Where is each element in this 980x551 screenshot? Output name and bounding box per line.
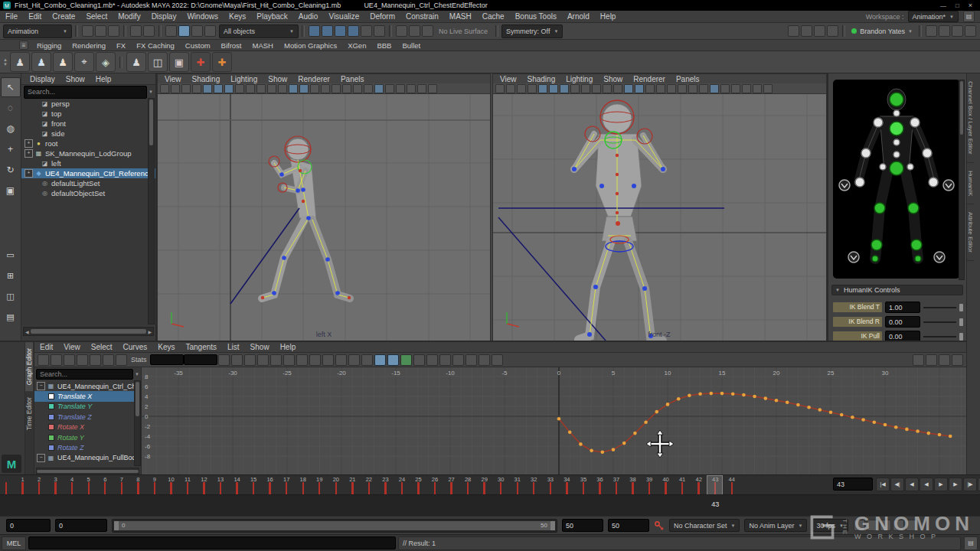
expander-icon[interactable]: + [24,149,33,158]
outliner-item-ue4-mannequin-ctrl-reference[interactable]: +◆UE4_Mannequin_Ctrl_Reference [21,168,155,178]
step-back-frame-button[interactable]: ◀ [905,478,919,491]
set-key-icon[interactable] [654,520,665,531]
toolbar-icon[interactable] [178,25,190,37]
viewport-toolbar-icon[interactable] [289,84,298,93]
toolbar-icon[interactable] [952,354,963,366]
viewport-toolbar-icon[interactable] [742,84,751,93]
attr-slider[interactable] [923,321,956,323]
toolbar-icon[interactable] [939,354,950,366]
viewport-toolbar-icon[interactable] [256,84,266,93]
viewport-front[interactable]: ViewShadingLightingShowRendererPanels [492,73,827,341]
scrollbar-thumb[interactable] [136,382,139,416]
current-time-field[interactable]: 43 [833,478,873,491]
viewport-toolbar-icon[interactable] [374,84,384,93]
close-button[interactable]: × [964,2,977,9]
toolbar-icon[interactable] [361,25,372,37]
toolbar-icon[interactable] [801,25,812,37]
toolbar-icon[interactable] [82,25,93,37]
locator-icon[interactable]: ✚ [191,52,211,72]
dock-tab-attribute-editor[interactable]: Attribute Editor [967,204,974,261]
viewport-menu-view[interactable]: View [159,74,187,84]
range-slider-range[interactable] [114,521,555,530]
toolbar-icon[interactable] [335,354,347,366]
menu-set-selector[interactable]: Animation ▼ [3,24,72,38]
channel-item-rotate-y[interactable]: Rotate Y [34,432,141,442]
shelf-menu-icon[interactable]: ≡ [19,41,28,50]
viewport-toolbar-icon[interactable] [235,84,244,93]
outliner-item-front[interactable]: ◪front [21,119,155,129]
play-forward-button[interactable]: ▶ [934,478,948,491]
toolbar-icon[interactable] [335,25,346,37]
viewport-toolbar-icon[interactable] [710,84,719,93]
viewport-menu-lighting[interactable]: Lighting [225,74,263,84]
toolbar-icon[interactable] [348,25,359,37]
shelf-tab-fx[interactable]: FX [111,41,131,51]
curve-graph[interactable]: -35-30-25-20-15-10-505101520253086420-2-… [142,367,966,474]
outliner-vertical-scrollbar[interactable] [148,98,155,324]
shelf-tab-bbb[interactable]: BBB [371,41,397,51]
control-rig-icon[interactable]: ♟ [53,52,73,72]
toolbar-icon[interactable] [116,354,127,366]
viewport-toolbar-icon[interactable] [396,84,405,93]
current-frame-marker[interactable] [707,475,723,495]
toolbar-icon[interactable] [926,25,937,37]
step-forward-key-button[interactable]: |▶ [963,478,977,491]
toolbar-icon[interactable] [939,25,950,37]
viewport-toolbar-icon[interactable] [538,84,547,93]
outliner-item-side[interactable]: ◪side [21,129,155,139]
viewport-front-scene[interactable]: front -Z [493,94,826,341]
toolbar-icon[interactable] [51,354,62,366]
toolbar-icon[interactable] [322,25,333,37]
graph-menu-list[interactable]: List [222,342,245,352]
toolbar-icon[interactable] [108,25,119,37]
outliner-menu-help[interactable]: Help [90,74,117,84]
curve-graph-canvas[interactable]: -35-30-25-20-15-10-505101520253086420-2-… [142,367,966,474]
outliner-horizontal-scrollbar[interactable]: ◀ ▶ [23,327,154,336]
toolbar-icon[interactable] [893,520,904,531]
toolbar-icon[interactable] [77,354,88,366]
shelf-scroll-arrows[interactable]: ▲▼ [3,52,9,72]
viewport-toolbar-icon[interactable] [192,84,201,93]
viewport-menu-show[interactable]: Show [598,74,628,84]
viewport-toolbar-icon[interactable] [613,84,622,93]
toolbar-icon[interactable] [95,25,106,37]
menu-arnold[interactable]: Arnold [562,11,595,21]
toolbar-icon[interactable] [396,25,407,37]
lasso-tool[interactable]: ◌ [1,98,21,118]
selection-mask-selector[interactable]: All objects ▼ [219,24,299,38]
shelf-tab-bifrost[interactable]: Bifrost [216,41,247,51]
viewport-toolbar-icon[interactable] [160,84,169,93]
humanik-controls-header[interactable]: ▼ HumanIK Controls [831,285,963,295]
toolbar-icon[interactable] [422,25,433,37]
toolbar-icon[interactable] [64,354,75,366]
constraint-icon[interactable]: ◈ [96,52,116,72]
pane-outliner-layout[interactable]: ▤ [1,307,21,327]
scrollbar-thumb[interactable] [149,99,153,145]
toolbar-icon[interactable] [926,354,937,366]
viewport-toolbar-icon[interactable] [656,84,665,93]
toolbar-icon[interactable] [143,25,155,37]
outliner-item-root[interactable]: +●root [21,139,155,148]
channel-item-ue4-mannequin-fullbod[interactable]: −▦UE4_Mannequin_FullBod... [34,453,141,463]
toolbar-icon[interactable] [218,354,230,366]
menu-playback[interactable]: Playback [251,11,293,21]
viewport-toolbar-icon[interactable] [246,84,255,93]
toolbar-icon[interactable] [492,354,503,366]
menu-keys[interactable]: Keys [224,11,251,21]
viewport-toolbar-icon[interactable] [528,84,537,93]
toolbar-icon[interactable] [452,354,464,366]
viewport-toolbar-icon[interactable] [342,84,351,93]
attr-value-field[interactable]: 0.00 [885,316,920,328]
viewport-toolbar-icon[interactable] [278,84,287,93]
shelf-tab-bullet[interactable]: Bullet [397,41,426,51]
shelf-tab-rigging[interactable]: Rigging [31,41,67,51]
scroll-left-icon[interactable]: ◀ [24,329,31,334]
toolbar-icon[interactable] [191,25,203,37]
viewport-toolbar-icon[interactable] [321,84,330,93]
ik-handle-icon[interactable]: ⌖ [74,52,94,72]
viewport-toolbar-icon[interactable] [203,84,212,93]
menu-cache[interactable]: Cache [477,11,510,21]
viewport-toolbar-icon[interactable] [517,84,526,93]
viewport-menu-lighting[interactable]: Lighting [560,74,598,84]
viewport-toolbar-icon[interactable] [570,84,580,93]
